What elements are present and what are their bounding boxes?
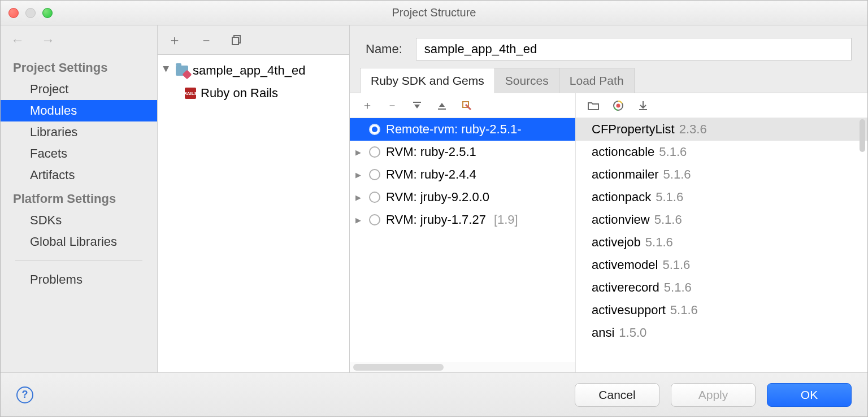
sidebar-item-modules[interactable]: Modules: [1, 100, 157, 121]
svg-point-8: [617, 103, 620, 107]
sidebar-item-sdks[interactable]: SDKs: [1, 210, 157, 231]
name-row: Name:: [350, 25, 867, 67]
copy-icon[interactable]: [231, 34, 242, 46]
radio-off-icon[interactable]: [369, 192, 380, 203]
sdk-row[interactable]: ▶ RVM: ruby-2.5.1: [350, 141, 575, 163]
gem-row[interactable]: actionpack5.1.6: [576, 186, 867, 208]
open-folder-icon[interactable]: [587, 101, 600, 110]
tab-load-path[interactable]: Load Path: [559, 68, 635, 93]
gem-version: 5.1.6: [664, 280, 692, 295]
collapse-all-icon[interactable]: [436, 101, 448, 111]
close-window-icon[interactable]: [8, 8, 19, 18]
sdk-label: RVM: jruby-9.2.0.0: [386, 190, 489, 205]
module-column: ＋ － ▶ sample_app_4th_ed RAILS Ruby on Ra…: [158, 25, 350, 372]
sidebar-item-global-libraries[interactable]: Global Libraries: [1, 231, 157, 253]
back-icon[interactable]: ←: [11, 32, 24, 48]
gem-row[interactable]: actioncable5.1.6: [576, 141, 867, 163]
apply-button[interactable]: Apply: [671, 383, 756, 407]
sdk-row-selected[interactable]: Remote-rvm: ruby-2.5.1-: [350, 118, 575, 141]
radio-off-icon[interactable]: [369, 169, 380, 180]
sidebar: ← → Project Settings Project Modules Lib…: [1, 25, 158, 372]
sidebar-heading-project-settings: Project Settings: [1, 55, 157, 79]
sidebar-item-project[interactable]: Project: [1, 79, 157, 100]
gem-version: 5.1.6: [654, 212, 682, 227]
zoom-window-icon[interactable]: [42, 8, 53, 18]
gem-name: actionmailer: [592, 167, 659, 182]
cancel-button[interactable]: Cancel: [575, 383, 659, 407]
gem-version: 5.1.6: [656, 190, 683, 205]
gem-version: 1.5.0: [619, 325, 646, 340]
expand-all-icon[interactable]: [411, 101, 423, 111]
svg-rect-1: [232, 37, 238, 45]
gem-row[interactable]: actionview5.1.6: [576, 208, 867, 231]
gem-row[interactable]: activemodel5.1.6: [576, 254, 867, 276]
sdk-toolbar: ＋ －: [350, 93, 575, 118]
sdk-row[interactable]: ▶ RVM: jruby-1.7.27 [1.9]: [350, 208, 575, 231]
gem-name: activemodel: [592, 258, 658, 272]
chevron-right-icon[interactable]: ▶: [355, 193, 363, 202]
window-controls: [8, 8, 53, 18]
minimize-window-icon[interactable]: [25, 8, 36, 18]
sidebar-item-problems[interactable]: Problems: [1, 269, 157, 290]
svg-marker-5: [439, 103, 445, 107]
gem-row[interactable]: activejob5.1.6: [576, 231, 867, 254]
footer: ? Cancel Apply OK: [1, 372, 867, 416]
gem-name: actionpack: [592, 190, 651, 205]
chevron-right-icon[interactable]: ▶: [355, 148, 363, 157]
tree-root[interactable]: ▶ sample_app_4th_ed: [158, 59, 349, 82]
sidebar-heading-platform-settings: Platform Settings: [1, 186, 157, 210]
right-pane: Name: Ruby SDK and Gems Sources Load Pat…: [350, 25, 867, 372]
radio-off-icon[interactable]: [369, 146, 380, 158]
gem-version: 5.1.6: [663, 167, 691, 182]
svg-marker-3: [414, 105, 420, 108]
gem-column: CFPropertyList2.3.6 actioncable5.1.6 act…: [576, 93, 867, 372]
vertical-scrollbar[interactable]: [858, 118, 866, 372]
horizontal-scrollbar[interactable]: [350, 362, 575, 372]
gem-row[interactable]: actionmailer5.1.6: [576, 163, 867, 186]
gem-toolbar: [576, 93, 867, 118]
tab-ruby-sdk[interactable]: Ruby SDK and Gems: [360, 68, 495, 93]
tab-body: ＋ － Remote-rvm: ru: [350, 93, 867, 372]
sdk-label: Remote-rvm: ruby-2.5.1-: [386, 122, 522, 137]
gem-version: 5.1.6: [670, 303, 698, 318]
sdk-label: RVM: jruby-1.7.27: [386, 212, 486, 227]
gem-name: actionview: [592, 212, 650, 227]
remove-icon[interactable]: －: [199, 31, 213, 49]
module-tree: ▶ sample_app_4th_ed RAILS Ruby on Rails: [158, 55, 349, 109]
gem-row[interactable]: activerecord5.1.6: [576, 276, 867, 299]
add-icon[interactable]: ＋: [168, 31, 181, 49]
sidebar-item-libraries[interactable]: Libraries: [1, 121, 157, 143]
sidebar-item-facets[interactable]: Facets: [1, 143, 157, 164]
radio-off-icon[interactable]: [369, 214, 380, 225]
sdk-row[interactable]: ▶ RVM: ruby-2.4.4: [350, 163, 575, 186]
add-sdk-icon[interactable]: ＋: [361, 98, 374, 113]
forward-icon[interactable]: →: [41, 32, 55, 48]
help-icon[interactable]: ?: [16, 386, 33, 403]
gem-row[interactable]: activesupport5.1.6: [576, 299, 867, 322]
gem-row[interactable]: ansi1.5.0: [576, 322, 867, 344]
module-toolbar: ＋ －: [158, 25, 349, 55]
rubygems-icon[interactable]: [612, 101, 624, 111]
gem-name: actioncable: [592, 145, 654, 159]
main-area: ← → Project Settings Project Modules Lib…: [1, 25, 867, 372]
gem-name: CFPropertyList: [592, 122, 675, 137]
sdk-row[interactable]: ▶ RVM: jruby-9.2.0.0: [350, 186, 575, 208]
chevron-down-icon[interactable]: ▶: [162, 66, 171, 75]
ok-button[interactable]: OK: [767, 383, 852, 407]
radio-on-icon[interactable]: [369, 124, 380, 135]
tree-root-label: sample_app_4th_ed: [193, 63, 305, 78]
remove-sdk-icon[interactable]: －: [386, 98, 398, 113]
module-folder-icon: [176, 66, 188, 76]
sidebar-item-artifacts[interactable]: Artifacts: [1, 164, 157, 186]
chevron-right-icon[interactable]: ▶: [355, 216, 363, 224]
gem-name: ansi: [592, 325, 614, 340]
tree-child[interactable]: RAILS Ruby on Rails: [158, 82, 349, 105]
tabs: Ruby SDK and Gems Sources Load Path: [350, 67, 867, 93]
download-icon[interactable]: [637, 101, 649, 111]
gem-version: 5.1.6: [662, 258, 690, 272]
chevron-right-icon[interactable]: ▶: [355, 171, 363, 179]
edit-sdk-icon[interactable]: [461, 101, 473, 111]
name-input[interactable]: [416, 38, 852, 60]
gem-row[interactable]: CFPropertyList2.3.6: [576, 118, 867, 141]
tab-sources[interactable]: Sources: [495, 68, 559, 93]
